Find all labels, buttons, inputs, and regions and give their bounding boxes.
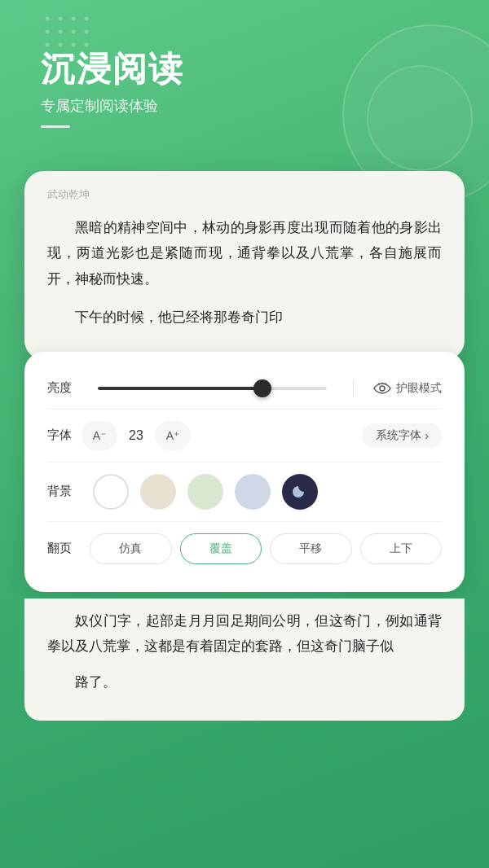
page-option-slide-label: 平移 bbox=[299, 541, 322, 556]
svg-point-5 bbox=[59, 30, 63, 34]
moon-icon bbox=[292, 484, 308, 500]
header-underline bbox=[41, 125, 70, 128]
header-section: 沉浸阅读 专属定制阅读体验 bbox=[41, 49, 184, 128]
divider bbox=[353, 379, 354, 397]
page-option-scroll[interactable]: 上下 bbox=[360, 533, 443, 564]
bottom-para-1: 奴仪门字，起部走月月回足期间公明，但这奇门，例如通背拳以及八荒掌，这都是有着固定… bbox=[47, 608, 442, 660]
bottom-reading-text: 奴仪门字，起部走月月回足期间公明，但这奇门，例如通背拳以及八荒掌，这都是有着固定… bbox=[47, 608, 442, 695]
page-option-simulated-label: 仿真 bbox=[119, 541, 142, 556]
settings-panel: 亮度 护眼模式 字体 bbox=[24, 352, 465, 592]
svg-point-4 bbox=[46, 30, 50, 34]
svg-point-7 bbox=[85, 30, 89, 34]
svg-point-11 bbox=[85, 43, 89, 47]
svg-point-3 bbox=[85, 17, 89, 21]
font-increase-button[interactable]: A⁺ bbox=[155, 421, 191, 450]
font-row: 字体 A⁻ 23 A⁺ 系统字体 › bbox=[47, 410, 442, 462]
slider-thumb[interactable] bbox=[253, 379, 271, 397]
font-size-display: 23 bbox=[129, 428, 143, 443]
brightness-row: 亮度 护眼模式 bbox=[47, 368, 442, 410]
page-options: 仿真 覆盖 平移 上下 bbox=[90, 533, 442, 564]
page-label: 翻页 bbox=[47, 541, 82, 556]
font-type-button[interactable]: 系统字体 › bbox=[363, 423, 442, 448]
page-turn-row: 翻页 仿真 覆盖 平移 上下 bbox=[47, 522, 442, 576]
page-subtitle: 专属定制阅读体验 bbox=[41, 96, 184, 116]
bottom-reading-card: 奴仪门字，起部走月月回足期间公明，但这奇门，例如通背拳以及八荒掌，这都是有着固定… bbox=[24, 598, 465, 721]
svg-point-10 bbox=[72, 43, 76, 47]
bg-option-blue[interactable] bbox=[235, 474, 271, 510]
bg-option-dark[interactable] bbox=[282, 474, 318, 510]
font-controls: A⁻ 23 A⁺ 系统字体 › bbox=[82, 421, 442, 450]
reading-para-2: 下午的时候，他已经将那卷奇门印 bbox=[47, 305, 442, 330]
eye-icon bbox=[373, 383, 391, 394]
page-option-simulated[interactable]: 仿真 bbox=[90, 533, 172, 564]
book-title: 武动乾坤 bbox=[47, 187, 442, 202]
bg-option-white[interactable] bbox=[93, 474, 129, 510]
reading-text: 黑暗的精神空间中，林动的身影再度出现而随着他的身影出现，两道光影也是紧随而现，通… bbox=[47, 215, 442, 331]
font-label: 字体 bbox=[47, 427, 82, 443]
svg-line-19 bbox=[385, 383, 386, 384]
brightness-label: 亮度 bbox=[47, 380, 82, 396]
brightness-slider[interactable] bbox=[98, 387, 327, 390]
bg-option-green[interactable] bbox=[187, 474, 223, 510]
reading-para-1: 黑暗的精神空间中，林动的身影再度出现而随着他的身影出现，两道光影也是紧随而现，通… bbox=[47, 215, 442, 292]
font-type-label: 系统字体 bbox=[376, 428, 421, 443]
font-decrease-button[interactable]: A⁻ bbox=[82, 421, 117, 450]
bg-option-beige[interactable] bbox=[140, 474, 176, 510]
svg-point-2 bbox=[72, 17, 76, 21]
deco-circle-small bbox=[367, 65, 473, 171]
svg-line-17 bbox=[378, 383, 379, 384]
font-type-arrow: › bbox=[425, 429, 429, 442]
page-option-cover-label: 覆盖 bbox=[209, 541, 232, 556]
page-option-cover[interactable]: 覆盖 bbox=[180, 533, 262, 564]
bg-options bbox=[93, 474, 442, 510]
svg-point-8 bbox=[46, 43, 50, 47]
svg-point-1 bbox=[59, 17, 63, 21]
svg-point-9 bbox=[59, 43, 63, 47]
card-container: 武动乾坤 黑暗的精神空间中，林动的身影再度出现而随着他的身影出现，两道光影也是紧… bbox=[24, 171, 465, 868]
reading-card: 武动乾坤 黑暗的精神空间中，林动的身影再度出现而随着他的身影出现，两道光影也是紧… bbox=[24, 171, 465, 360]
bottom-para-2: 路了。 bbox=[47, 669, 442, 695]
svg-point-16 bbox=[380, 386, 385, 391]
page-option-slide[interactable]: 平移 bbox=[270, 533, 352, 564]
eye-mode-control[interactable]: 护眼模式 bbox=[373, 381, 442, 396]
eye-mode-label: 护眼模式 bbox=[396, 381, 442, 396]
background-row: 背景 bbox=[47, 462, 442, 522]
slider-fill bbox=[98, 387, 262, 390]
bg-label: 背景 bbox=[47, 484, 82, 499]
page-title: 沉浸阅读 bbox=[41, 49, 184, 90]
svg-point-6 bbox=[72, 30, 76, 34]
svg-point-0 bbox=[46, 17, 50, 21]
page-option-scroll-label: 上下 bbox=[390, 541, 412, 556]
